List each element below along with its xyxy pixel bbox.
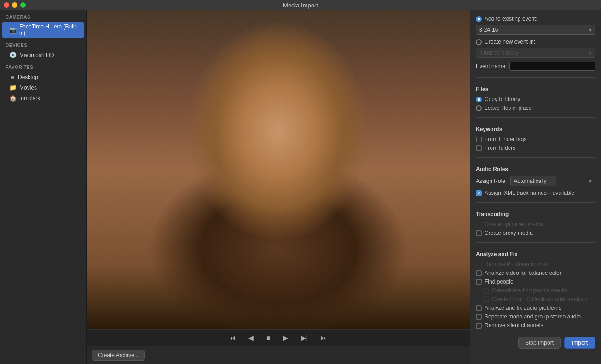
leave-files-label: Leave files in place — [485, 105, 532, 111]
event-name-input[interactable] — [509, 62, 595, 71]
separate-mono-row: Separate mono and group stereo audio — [476, 313, 595, 320]
sidebar-item-label: tomclark — [19, 95, 40, 102]
close-button[interactable] — [4, 2, 9, 8]
window-title: Media Import — [283, 2, 318, 9]
devices-section-label: DEVICES — [0, 38, 86, 50]
existing-event-dropdown[interactable]: 8-24-16 — [476, 25, 595, 35]
divider-2 — [476, 117, 595, 118]
remove-silent-label: Remove silent channels — [485, 322, 543, 329]
disk-icon: 💿 — [9, 51, 17, 58]
separate-mono-label: Separate mono and group stereo audio — [485, 313, 581, 320]
from-finder-tags-row: From Finder tags — [476, 136, 595, 142]
copy-to-library-row: Copy to library — [476, 96, 595, 102]
create-proxy-label: Create proxy media — [485, 230, 533, 236]
sidebar-item-label: Movies — [19, 85, 37, 91]
desktop-icon: 🖥 — [9, 74, 15, 80]
play-button[interactable]: ▶ — [280, 332, 291, 343]
leave-files-row: Leave files in place — [476, 105, 595, 111]
divider-4 — [476, 202, 595, 203]
divider-1 — [476, 77, 595, 78]
existing-event-dropdown-wrapper: 8-24-16 ▼ — [476, 25, 595, 35]
transcoding-section-title: Transcoding — [476, 211, 595, 217]
step-forward-button[interactable]: ▶| — [298, 332, 311, 343]
find-people-row: Find people — [476, 279, 595, 285]
fix-audio-row: Analyze and fix audio problems — [476, 305, 595, 311]
create-proxy-row: Create proxy media — [476, 230, 595, 236]
sidebar-empty-space — [0, 103, 86, 364]
files-section-title: Files — [476, 86, 595, 92]
assign-role-row: Assign Role: Automatically ▼ — [476, 176, 595, 186]
consolidate-row: Consolidate find people results — [476, 287, 595, 294]
video-content — [87, 10, 470, 329]
assign-role-arrow-icon: ▼ — [588, 179, 593, 184]
from-finder-tags-label: From Finder tags — [485, 136, 526, 142]
audio-roles-section-title: Audio Roles — [476, 166, 595, 172]
event-name-row: Event name: — [476, 62, 595, 71]
assign-ixml-label: Assign iXML track names if available — [485, 190, 574, 196]
remove-pulldown-checkbox[interactable] — [476, 262, 482, 267]
stop-button[interactable]: ■ — [264, 332, 273, 343]
remove-silent-checkbox[interactable] — [476, 323, 482, 329]
create-optimized-row: Create optimized media — [476, 221, 595, 228]
assign-ixml-checkbox[interactable] — [476, 190, 482, 196]
create-smart-label: Create Smart Collections after analysis — [492, 296, 587, 302]
create-optimized-checkbox[interactable] — [476, 222, 482, 228]
folder-icon: 📁 — [9, 84, 17, 91]
analyze-balance-checkbox[interactable] — [476, 270, 482, 276]
skip-forward-button[interactable]: ⏭ — [318, 332, 330, 343]
maximize-button[interactable] — [20, 2, 26, 8]
stop-import-button[interactable]: Stop Import — [518, 337, 561, 349]
assign-role-dropdown[interactable]: Automatically — [510, 176, 556, 186]
sidebar-item-desktop[interactable]: 🖥 Desktop — [2, 72, 84, 82]
event-name-label: Event name: — [476, 63, 507, 69]
camera-icon: 📷 — [9, 27, 17, 34]
find-people-label: Find people — [485, 279, 514, 285]
add-existing-radio[interactable] — [476, 16, 482, 22]
from-finder-tags-checkbox[interactable] — [476, 136, 482, 142]
step-back-button[interactable]: ◀ — [246, 332, 256, 343]
create-smart-row: Create Smart Collections after analysis — [476, 296, 595, 302]
assign-role-label: Assign Role: — [476, 178, 507, 184]
assign-ixml-row: Assign iXML track names if available — [476, 190, 595, 196]
minimize-button[interactable] — [12, 2, 17, 8]
fix-audio-label: Analyze and fix audio problems — [485, 305, 561, 311]
cameras-section-label: CAMERAS — [0, 10, 86, 22]
add-existing-label: Add to existing event: — [485, 16, 537, 22]
from-folders-checkbox[interactable] — [476, 145, 482, 151]
leave-files-radio[interactable] — [476, 105, 482, 111]
from-folders-label: From folders — [485, 145, 515, 151]
favorites-section-label: FAVORITES — [0, 60, 86, 72]
remove-pulldown-row: Remove Pulldown in video — [476, 261, 595, 267]
sidebar-item-facetime[interactable]: 📷 FaceTime H...era (Built-in) — [2, 22, 84, 38]
sidebar-item-label: Desktop — [18, 74, 38, 80]
video-preview — [87, 10, 470, 329]
keywords-section-title: Keywords — [476, 126, 595, 132]
sidebar-item-tomclark[interactable]: 🏠 tomclark — [2, 93, 84, 103]
video-frame — [87, 10, 470, 329]
create-smart-checkbox[interactable] — [483, 296, 489, 302]
consolidate-checkbox[interactable] — [483, 288, 489, 294]
create-new-label: Create new event in: — [485, 39, 535, 45]
content-area: ⏮ ◀ ■ ▶ ▶| ⏭ Create Archive... — [87, 10, 470, 364]
find-people-checkbox[interactable] — [476, 279, 482, 285]
titlebar-buttons — [4, 2, 26, 8]
analyze-balance-label: Analyze video for balance color — [485, 270, 561, 276]
remove-silent-row: Remove silent channels — [476, 322, 595, 329]
fix-audio-checkbox[interactable] — [476, 305, 482, 311]
create-new-radio[interactable] — [476, 39, 482, 45]
create-proxy-checkbox[interactable] — [476, 230, 482, 236]
sidebar-item-macintosh-hd[interactable]: 💿 Macintosh HD — [2, 50, 84, 60]
analyze-section-title: Analyze and Fix — [476, 251, 595, 257]
sidebar-item-movies[interactable]: 📁 Movies — [2, 83, 84, 92]
create-new-event-row: Create new event in: — [476, 39, 595, 45]
home-icon: 🏠 — [9, 95, 17, 102]
create-archive-button[interactable]: Create Archive... — [92, 350, 145, 361]
copy-library-radio[interactable] — [476, 97, 482, 102]
bottom-bar: Create Archive... — [87, 346, 470, 364]
skip-back-button[interactable]: ⏮ — [226, 332, 238, 343]
new-event-library-dropdown[interactable]: "Untitled" library — [476, 48, 595, 58]
separate-mono-checkbox[interactable] — [476, 314, 482, 320]
add-to-existing-row: Add to existing event: — [476, 16, 595, 22]
main-container: CAMERAS 📷 FaceTime H...era (Built-in) DE… — [0, 10, 601, 364]
import-button[interactable]: Import — [564, 337, 595, 349]
